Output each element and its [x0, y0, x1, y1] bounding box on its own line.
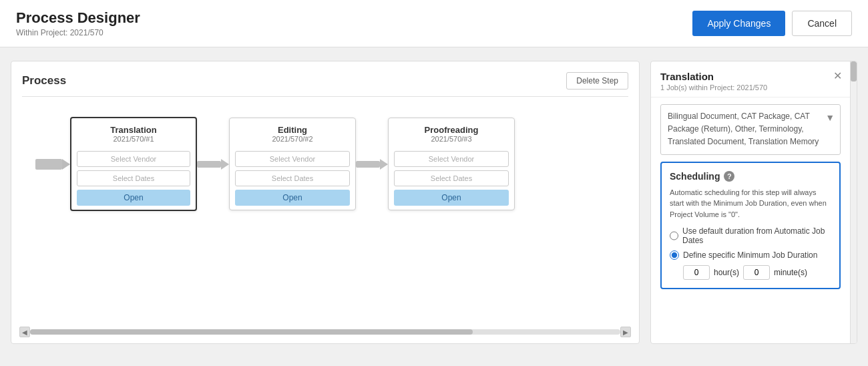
- scroll-thumb[interactable]: [30, 329, 473, 335]
- select-vendor-editing[interactable]: Select Vendor: [235, 151, 350, 167]
- header-buttons: Apply Changes Cancel: [692, 11, 852, 36]
- process-panel: Process Delete Step Translation 2021/570…: [11, 61, 640, 344]
- hours-input[interactable]: [683, 265, 710, 280]
- main-content: Process Delete Step Translation 2021/570…: [0, 47, 868, 357]
- step-name-editing: Editing: [235, 125, 350, 135]
- document-types-dropdown[interactable]: Bilingual Document, CAT Package, CAT Pac…: [660, 104, 841, 155]
- step-id-proofreading: 2021/570/#3: [394, 135, 509, 143]
- step-card-editing[interactable]: Editing 2021/570/#2 Select Vendor Select…: [229, 118, 356, 210]
- step-id-translation: 2021/570/#1: [77, 135, 190, 143]
- scheduling-note: Automatic scheduling for this step will …: [670, 187, 831, 220]
- minutes-input[interactable]: [743, 265, 770, 280]
- page-title: Process Designer: [16, 9, 140, 27]
- step-name-translation: Translation: [77, 125, 190, 135]
- step-name-proofreading: Proofreading: [394, 125, 509, 135]
- arrow-line-1: [197, 161, 221, 168]
- radio-specific-duration[interactable]: [670, 250, 679, 260]
- scroll-track[interactable]: [30, 329, 620, 335]
- select-vendor-translation[interactable]: Select Vendor: [77, 151, 190, 167]
- right-scrollbar-thumb[interactable]: [851, 61, 857, 81]
- dropdown-arrow-icon: ▼: [825, 110, 835, 125]
- entry-line: [35, 159, 62, 170]
- status-badge-editing: Open: [235, 190, 350, 206]
- select-dates-translation[interactable]: Select Dates: [77, 170, 190, 186]
- status-badge-proofreading: Open: [394, 190, 509, 206]
- page-header: Process Designer Within Project: 2021/57…: [0, 0, 868, 47]
- right-panel-header: Translation 1 Job(s) within Project: 202…: [651, 61, 850, 98]
- hours-label: hour(s): [714, 268, 739, 277]
- scroll-left-button[interactable]: ◀: [19, 327, 30, 337]
- arrow-head-3: [380, 159, 388, 170]
- arrow-2-3: [356, 159, 388, 170]
- horizontal-scrollbar[interactable]: ◀ ▶: [19, 329, 631, 335]
- status-badge-translation: Open: [77, 190, 190, 206]
- right-scrollbar[interactable]: [850, 61, 857, 343]
- select-dates-proofreading[interactable]: Select Dates: [394, 170, 509, 186]
- scheduling-title-text: Scheduling: [670, 171, 720, 182]
- scheduling-box: Scheduling ? Automatic scheduling for th…: [660, 162, 841, 290]
- delete-step-button[interactable]: Delete Step: [566, 72, 628, 89]
- close-panel-button[interactable]: ✕: [833, 69, 842, 82]
- page-subtitle: Within Project: 2021/570: [16, 28, 140, 37]
- arrow-head-1: [62, 159, 70, 170]
- workflow: Translation 2021/570/#1 Select Vendor Se…: [22, 110, 628, 218]
- radio-default-label: Use default duration from Automatic Job …: [682, 226, 831, 245]
- cancel-button[interactable]: Cancel: [792, 11, 852, 36]
- header-title-block: Process Designer Within Project: 2021/57…: [16, 9, 140, 37]
- radio-option-default: Use default duration from Automatic Job …: [670, 226, 831, 245]
- help-icon[interactable]: ?: [724, 171, 734, 182]
- step-id-editing: 2021/570/#2: [235, 135, 350, 143]
- dropdown-value: Bilingual Document, CAT Package, CAT Pac…: [668, 112, 819, 146]
- arrow-head-2: [221, 159, 229, 170]
- select-vendor-proofreading[interactable]: Select Vendor: [394, 151, 509, 167]
- entry-arrow: [62, 159, 70, 170]
- step-card-proofreading[interactable]: Proofreading 2021/570/#3 Select Vendor S…: [388, 118, 515, 210]
- arrow-1-2: [197, 159, 229, 170]
- radio-specific-label: Define specific Minimum Job Duration: [683, 250, 817, 260]
- right-panel: Translation 1 Job(s) within Project: 202…: [650, 61, 857, 344]
- duration-inputs: hour(s) minute(s): [683, 265, 831, 280]
- right-panel-title: Translation: [660, 71, 841, 82]
- scroll-right-button[interactable]: ▶: [620, 327, 631, 337]
- radio-default-duration[interactable]: [670, 231, 678, 240]
- radio-option-specific: Define specific Minimum Job Duration: [670, 250, 831, 260]
- apply-changes-button[interactable]: Apply Changes: [692, 11, 785, 36]
- process-title: Process: [22, 74, 66, 87]
- minutes-label: minute(s): [774, 268, 807, 277]
- right-panel-subtitle: 1 Job(s) within Project: 2021/570: [660, 83, 841, 92]
- arrow-line-2: [356, 161, 380, 168]
- select-dates-editing[interactable]: Select Dates: [235, 170, 350, 186]
- process-panel-header: Process Delete Step: [22, 72, 628, 97]
- step-card-translation[interactable]: Translation 2021/570/#1 Select Vendor Se…: [70, 117, 197, 211]
